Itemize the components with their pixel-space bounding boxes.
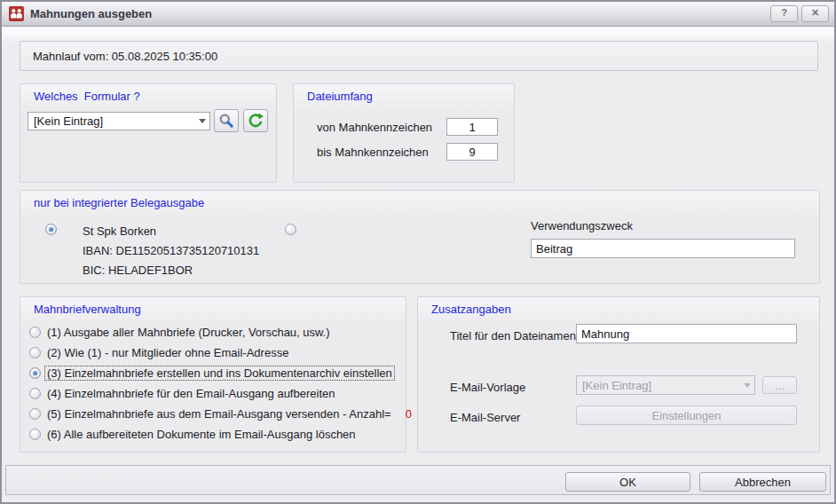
mahnlauf-info-box: Mahnlauf vom: 05.08.2025 10:35:00 <box>20 41 818 71</box>
formular-combobox-value: [Kein Eintrag] <box>34 114 195 128</box>
radio-icon[interactable] <box>29 408 41 420</box>
dialog-mahnungen-ausgeben: Mahnungen ausgeben ? ✕ Mahnlauf vom: 05.… <box>0 0 836 504</box>
search-icon <box>218 113 234 129</box>
option-3[interactable]: (3) Einzelmahnbriefe erstellen und ins D… <box>29 366 394 380</box>
group-title: nur bei integrierter Belegausgabe <box>34 196 204 209</box>
group-dateiumfang: Dateiumfang von Mahnkennzeichen bis Mahn… <box>293 83 515 183</box>
window-title: Mahnungen ausgeben <box>30 7 767 20</box>
option-4[interactable]: (4) Einzelmahnbriefe für den Email-Ausga… <box>29 387 335 400</box>
bank-iban: IBAN: DE11520513735120710131 <box>83 244 259 257</box>
bank-radio-1[interactable] <box>45 224 57 235</box>
option-label: (2) Wie (1) - nur Mitglieder ohne Email-… <box>47 346 288 359</box>
option-label: (3) Einzelmahnbriefe erstellen und ins D… <box>45 366 394 380</box>
refresh-icon <box>248 113 264 129</box>
close-button[interactable]: ✕ <box>801 5 829 22</box>
radio-icon[interactable] <box>29 388 41 399</box>
option-label: (1) Ausgabe aller Mahnbriefe (Drucker, V… <box>47 326 330 339</box>
titel-dateinamen-input[interactable] <box>576 324 797 343</box>
email-server-label: E-Mail-Server <box>450 411 520 424</box>
option-5[interactable]: (5) Einzelmahnbriefe aus dem Email-Ausga… <box>29 407 412 421</box>
option-2[interactable]: (2) Wie (1) - nur Mitglieder ohne Email-… <box>29 346 288 359</box>
bank-name: St Spk Borken <box>83 224 156 238</box>
option-label: (6) Alle aufbereiteten Dokumente im Emai… <box>47 428 356 441</box>
option-6[interactable]: (6) Alle aufbereiteten Dokumente im Emai… <box>29 428 356 441</box>
bank-radio-2[interactable] <box>285 224 296 235</box>
refresh-button[interactable] <box>243 109 268 132</box>
radio-icon[interactable] <box>29 327 41 338</box>
verwendungszweck-label: Verwendungszweck <box>531 219 633 232</box>
option-1[interactable]: (1) Ausgabe aller Mahnbriefe (Drucker, V… <box>29 326 330 339</box>
email-server-einstellungen-button: Einstellungen <box>576 406 797 425</box>
option-label: (4) Einzelmahnbriefe für den Email-Ausga… <box>47 387 335 400</box>
title-bar: Mahnungen ausgeben ? ✕ <box>2 2 834 27</box>
von-mahnkennzeichen-input[interactable] <box>446 118 498 136</box>
app-icon <box>9 6 24 21</box>
group-title: Mahnbriefverwaltung <box>34 303 141 316</box>
search-button[interactable] <box>214 109 239 132</box>
verwendungszweck-input[interactable] <box>531 239 795 258</box>
titel-dateinamen-label: Titel für den Dateinamen <box>450 329 576 343</box>
email-vorlage-browse-button: ... <box>762 376 797 394</box>
group-title: Welches Formular ? <box>34 90 140 103</box>
formular-combobox[interactable]: [Kein Eintrag] <box>28 112 210 130</box>
chevron-down-icon <box>199 119 206 123</box>
group-zusatzangaben: Zusatzangaben Titel für den Dateinamen E… <box>417 296 820 453</box>
bis-mahnkennzeichen-label: bis Mahnkennzeichen <box>317 146 429 159</box>
group-title: Dateiumfang <box>307 90 373 103</box>
mahnlauf-text: Mahnlauf vom: 05.08.2025 10:35:00 <box>33 50 217 63</box>
option-label: (5) Einzelmahnbriefe aus dem Email-Ausga… <box>47 407 391 421</box>
cancel-button[interactable]: Abbrechen <box>699 472 826 492</box>
radio-icon[interactable] <box>29 429 41 440</box>
help-button[interactable]: ? <box>770 5 798 22</box>
email-vorlage-combobox: [Kein Eintrag] <box>576 375 755 395</box>
von-mahnkennzeichen-label: von Mahnkennzeichen <box>317 121 432 134</box>
group-title: Zusatzangaben <box>431 303 511 316</box>
email-vorlage-value: [Kein Eintrag] <box>582 379 740 392</box>
email-vorlage-label: E-Mail-Vorlage <box>450 381 525 394</box>
group-mahnbriefverwaltung: Mahnbriefverwaltung (1) Ausgabe aller Ma… <box>20 296 406 453</box>
group-belegausgabe: nur bei integrierter Belegausgabe St Spk… <box>20 190 820 284</box>
anzahl-count: 0 <box>406 407 412 421</box>
bis-mahnkennzeichen-input[interactable] <box>446 143 498 161</box>
group-welches-formular: Welches Formular ? [Kein Eintrag] <box>20 83 277 183</box>
radio-icon[interactable] <box>29 347 41 358</box>
bank-bic: BIC: HELADEF1BOR <box>83 264 193 277</box>
chevron-down-icon <box>744 383 751 388</box>
ok-button[interactable]: OK <box>565 472 690 492</box>
footer-bar: OK Abbrechen <box>5 465 831 495</box>
radio-icon[interactable] <box>29 367 41 379</box>
